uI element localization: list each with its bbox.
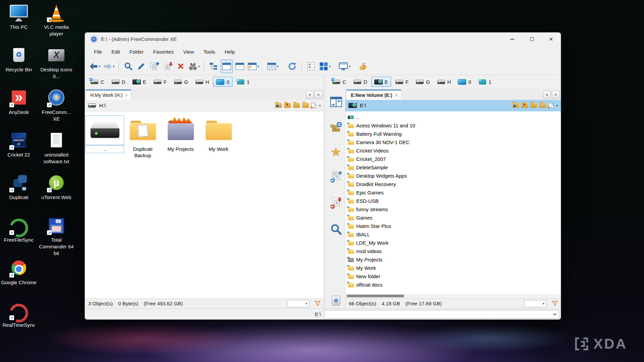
copy-path-button[interactable] xyxy=(548,103,553,108)
menu-item[interactable]: Help xyxy=(220,49,240,55)
drive-button[interactable]: F xyxy=(150,77,170,87)
layout-grid-button[interactable]: ▾ xyxy=(318,60,331,73)
edit-button[interactable] xyxy=(135,60,147,73)
file-row[interactable]: My Work xyxy=(348,264,561,272)
folder-root-button[interactable] xyxy=(302,103,309,108)
folder-favorites-button[interactable] xyxy=(284,103,291,108)
view-quickview-button[interactable]: ▾ xyxy=(266,60,279,73)
delete-button[interactable] xyxy=(174,60,186,73)
file-row[interactable]: Battery Full Warning xyxy=(348,130,561,138)
drive-button[interactable]: C xyxy=(329,77,349,87)
select-items-button[interactable] xyxy=(305,60,317,73)
left-file-area[interactable]: .. Duplicati Backup My Projects xyxy=(85,111,324,298)
recycle-bin-icon[interactable] xyxy=(332,296,340,306)
swap-panels-icon[interactable] xyxy=(330,97,342,107)
drive-button[interactable]: F xyxy=(392,77,412,87)
file-row[interactable]: DeleteSample xyxy=(348,163,561,172)
file-row[interactable]: Camera 30 NOV-1 DEC xyxy=(348,138,561,146)
left-folder-tab[interactable]: H:My Work (H:) x xyxy=(86,89,131,100)
maximize-button[interactable] xyxy=(522,33,541,46)
scrollbar-thumb[interactable] xyxy=(346,295,404,297)
move-button[interactable] xyxy=(161,60,173,73)
view-list-button[interactable] xyxy=(234,60,246,73)
file-row[interactable]: IBALL xyxy=(348,230,561,239)
right-folder-tab[interactable]: E:New Volume (E:) x xyxy=(346,89,401,100)
search-button[interactable] xyxy=(122,60,134,73)
compare-folders-icon[interactable] xyxy=(330,121,342,133)
copy-to-other-panel-icon[interactable] xyxy=(330,171,342,183)
folder-tree-button[interactable] xyxy=(208,60,220,73)
folder-root-button[interactable] xyxy=(539,103,546,108)
desktop-icon[interactable]: VLC media player xyxy=(38,4,75,37)
desktop-icon[interactable]: FreeComm... XE xyxy=(38,89,75,122)
file-row[interactable]: Droidkit Recovery xyxy=(348,180,561,188)
copy-path-button[interactable] xyxy=(311,103,316,108)
minimize-button[interactable] xyxy=(502,33,522,46)
desktop-icon[interactable]: FreeFileSync xyxy=(0,217,38,243)
file-row[interactable]: Epic Games xyxy=(348,188,561,197)
tab-list-dropdown-button[interactable]: ▾ xyxy=(306,91,314,99)
folder-history-button[interactable] xyxy=(275,103,282,108)
folder-up-button[interactable] xyxy=(293,103,300,108)
drive-button[interactable]: 1 xyxy=(233,77,253,87)
menu-item[interactable]: Favorites xyxy=(149,49,179,55)
desktop-icon[interactable]: Recycle Bin xyxy=(0,47,38,73)
desktop-icon[interactable]: Google Chrome xyxy=(0,259,38,286)
file-row[interactable]: Acess Windows 11 and 10 xyxy=(348,121,561,130)
filter-funnel-icon[interactable] xyxy=(315,301,321,306)
tab-close-button[interactable]: ✕ xyxy=(552,91,559,99)
menu-item[interactable]: Tools xyxy=(199,49,220,55)
sync-tool-button[interactable]: S xyxy=(358,60,370,73)
file-item[interactable]: .. xyxy=(86,116,124,153)
filter-combobox[interactable] xyxy=(524,300,546,307)
drive-button[interactable]: 0 xyxy=(213,77,232,87)
file-row[interactable]: Desktop Widgets Apps xyxy=(348,172,561,180)
right-file-list[interactable]: .. Acess Windows 11 and 10 Battery Full … xyxy=(345,111,561,294)
file-item[interactable]: My Work xyxy=(200,116,237,153)
desktop-icon[interactable]: This PC xyxy=(0,4,38,31)
find-files-button[interactable]: ▾ xyxy=(187,60,201,73)
menu-item[interactable]: View xyxy=(178,49,199,55)
back-button[interactable]: ▾ xyxy=(88,60,101,73)
desktop-icon[interactable]: Desktop Icons 0... xyxy=(38,47,75,80)
left-path-bar[interactable]: H:\ ▾ xyxy=(85,100,324,111)
file-row[interactable]: Cricket_2007 xyxy=(348,155,561,163)
file-row[interactable]: msd videos xyxy=(348,247,561,255)
command-input[interactable] xyxy=(324,310,559,318)
menu-item[interactable]: Edit xyxy=(107,49,125,55)
file-item[interactable]: My Projects xyxy=(162,116,200,153)
drive-button[interactable]: E xyxy=(129,77,149,87)
tab-list-dropdown-button[interactable]: ▾ xyxy=(543,91,551,99)
titlebar[interactable]: E:\ - (Admin) FreeCommander XE ✕ xyxy=(85,33,561,46)
forward-button[interactable]: ▾ xyxy=(102,60,115,73)
desktop-icon[interactable]: uTorrent Web xyxy=(38,174,75,201)
pane-splitter[interactable] xyxy=(324,75,327,308)
file-row[interactable]: ESD-USB xyxy=(348,197,561,205)
view-details-button[interactable] xyxy=(221,60,233,73)
search-pane-icon[interactable] xyxy=(330,223,342,235)
tab-close-icon[interactable]: x xyxy=(395,93,397,98)
close-button[interactable]: ✕ xyxy=(541,33,561,46)
menu-item[interactable]: File xyxy=(89,49,107,55)
menu-item[interactable]: Folder xyxy=(125,49,149,55)
right-path-bar[interactable]: E:\ ▾ xyxy=(345,100,561,111)
path-dropdown-icon[interactable]: ▾ xyxy=(319,104,321,107)
file-row[interactable]: .. xyxy=(348,113,561,121)
chevron-down-icon[interactable] xyxy=(553,312,557,315)
drive-button[interactable]: 1 xyxy=(475,77,494,87)
desktop-icon[interactable]: Total Commander 64 bit xyxy=(38,217,75,257)
horizontal-scrollbar[interactable] xyxy=(345,294,561,298)
file-row[interactable]: Games xyxy=(348,214,561,222)
drive-button[interactable]: 0 xyxy=(455,77,474,87)
desktop-icon[interactable]: CRICKET 22 Cricket 22 xyxy=(0,132,38,158)
filter-combobox[interactable] xyxy=(287,300,309,307)
desktop-icon[interactable]: uninstalled software.txt xyxy=(38,132,75,165)
drive-button[interactable]: D xyxy=(108,77,128,87)
copy-button[interactable] xyxy=(148,60,160,73)
view-thumbnails-button[interactable]: ▾ xyxy=(247,60,260,73)
drive-button[interactable]: H xyxy=(434,77,454,87)
drive-button[interactable]: E xyxy=(371,77,391,87)
preview-pane-button[interactable]: ▾ xyxy=(338,60,351,73)
desktop-icon[interactable]: RealTimeSync xyxy=(0,302,38,328)
file-row[interactable]: Cricket Videos xyxy=(348,146,561,155)
